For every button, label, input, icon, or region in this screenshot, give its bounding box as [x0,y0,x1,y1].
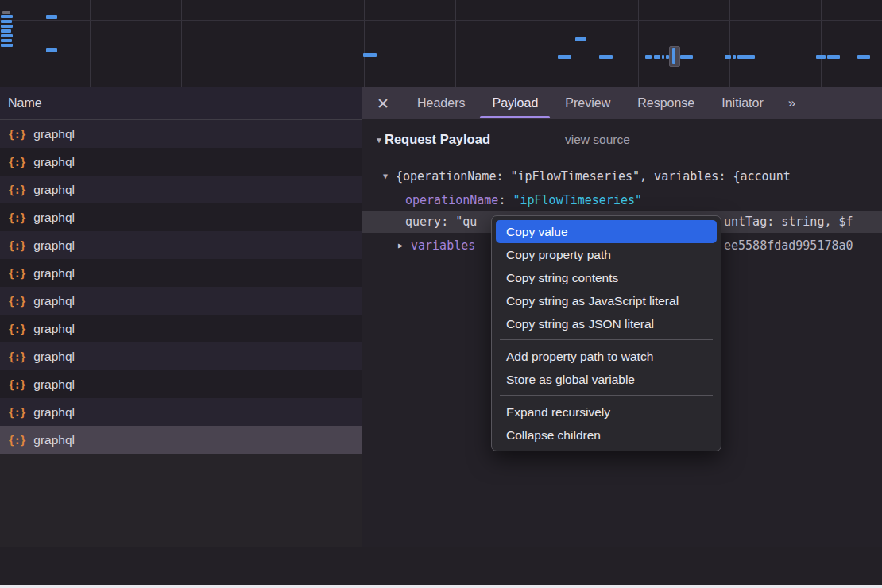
request-row[interactable]: {:}graphql [0,259,362,287]
request-row[interactable]: {:}graphql [0,203,362,231]
property-key: operationName [405,193,498,207]
request-row[interactable]: {:}graphql [0,176,362,203]
request-timing-bar [2,11,10,14]
timeline-gridline [0,20,882,21]
expand-arrow-icon[interactable]: ▼ [383,164,388,188]
request-timing-bar [733,55,736,59]
requests-list: {:}graphql{:}graphql{:}graphql{:}graphql… [0,120,362,454]
panel-split-divider[interactable] [362,87,362,585]
menu-separator [500,395,713,396]
payload-root-preview: {operationName: "ipFlowTimeseries", vari… [396,169,791,184]
menu-item-collapse-children[interactable]: Collapse children [492,424,721,447]
request-row-selected[interactable]: {:}graphql [0,426,362,454]
menu-item-copy-string-as-json-literal[interactable]: Copy string as JSON literal [492,312,721,335]
tab-payload[interactable]: Payload [478,87,551,119]
request-timing-bar [654,55,660,59]
request-row[interactable]: {:}graphql [0,120,362,148]
request-timing-bar [662,55,664,59]
request-row[interactable]: {:}graphql [0,370,362,398]
more-tabs-button[interactable]: » [777,87,805,119]
request-timing-bar [645,55,652,59]
request-name-label: graphql [33,211,75,225]
request-timing-bar [1,39,12,42]
request-timing-bar [827,55,840,59]
request-timing-bar [575,37,586,41]
request-row[interactable]: {:}graphql [0,231,362,259]
request-timing-bar [1,34,13,37]
network-overview-timeline[interactable] [0,0,882,88]
request-timing-bar [558,55,571,59]
timeline-gridline [90,0,91,87]
menu-item-store-as-global-variable[interactable]: Store as global variable [492,368,721,391]
request-timing-bar [857,55,870,59]
property-key: variables [411,238,475,253]
menu-item-copy-property-path[interactable]: Copy property path [492,243,721,266]
request-name-label: graphql [33,266,75,280]
menu-item-add-property-path-to-watch[interactable]: Add property path to watch [492,345,721,368]
request-name-label: graphql [33,127,75,141]
request-name-label: graphql [33,322,75,336]
menu-item-copy-string-contents[interactable]: Copy string contents [492,266,721,289]
name-column-label: Name [0,96,42,110]
tab-initiator[interactable]: Initiator [708,87,776,119]
name-column-header[interactable]: Name [0,87,362,120]
fetch-json-icon: {:} [8,239,25,252]
property-value-start: "qu [455,215,477,229]
fetch-json-icon: {:} [8,128,25,141]
request-timing-bar [1,25,13,28]
request-timing-bar [725,55,731,59]
request-timing-bar [1,20,12,23]
request-timing-bar [1,44,13,47]
request-row[interactable]: {:}graphql [0,398,362,426]
property-value-continued: untTag: string, $f [724,210,853,234]
timeline-gridline [273,0,273,87]
timeline-gridline [821,0,822,87]
tab-headers[interactable]: Headers [404,87,478,119]
property-key: query [405,215,441,229]
context-menu: Copy valueCopy property pathCopy string … [491,215,721,451]
fetch-json-icon: {:} [8,378,25,391]
request-name-label: graphql [33,238,75,253]
request-row[interactable]: {:}graphql [0,148,362,176]
menu-item-copy-value[interactable]: Copy value [496,220,717,243]
tab-preview[interactable]: Preview [551,87,624,119]
timeline-gridline [181,0,182,87]
tab-response[interactable]: Response [624,87,708,119]
details-tab-bar: ✕ HeadersPayloadPreviewResponseInitiator… [362,87,882,119]
variables-preview-fragment: ee5588fdad995178a0 [724,234,853,257]
section-collapse-icon[interactable]: ▼ [375,136,383,145]
fetch-json-icon: {:} [8,267,25,280]
request-timing-bar [363,53,377,57]
timeline-gridline [638,0,639,87]
menu-separator [500,339,713,340]
request-row[interactable]: {:}graphql [0,342,362,370]
payload-root-row[interactable]: ▼ {operationName: "ipFlowTimeseries", va… [362,164,882,188]
close-details-button[interactable]: ✕ [362,87,404,119]
request-timing-bar [46,48,57,52]
devtools-network-panel: Name {:}graphql{:}graphql{:}graphql{:}gr… [0,0,882,588]
expand-arrow-icon[interactable]: ▶ [398,234,403,257]
request-timing-bar [1,15,13,18]
menu-item-expand-recursively[interactable]: Expand recursively [492,400,721,424]
request-row[interactable]: {:}graphql [0,315,362,342]
request-timing-bar [46,15,57,19]
view-source-link[interactable]: view source [565,133,630,147]
timeline-gridline [547,0,547,87]
fetch-json-icon: {:} [8,295,25,308]
fetch-json-icon: {:} [8,184,25,196]
request-row[interactable]: {:}graphql [0,287,362,315]
fetch-json-icon: {:} [8,406,25,419]
request-name-label: graphql [33,183,75,197]
key-separator: : [441,215,455,229]
request-timing-bar [672,48,675,64]
request-timing-bar [1,29,11,33]
window-bottom-edge [0,585,882,588]
request-name-label: graphql [33,405,75,420]
property-value: "ipFlowTimeseries" [513,193,642,207]
request-name-label: graphql [33,155,75,169]
request-name-label: graphql [33,377,75,392]
timeline-gridline [364,0,365,87]
request-name-label: graphql [33,350,75,364]
menu-item-copy-string-as-javascript-literal[interactable]: Copy string as JavaScript literal [492,289,721,312]
operation-name-row[interactable]: operationName: "ipFlowTimeseries" [362,188,882,212]
